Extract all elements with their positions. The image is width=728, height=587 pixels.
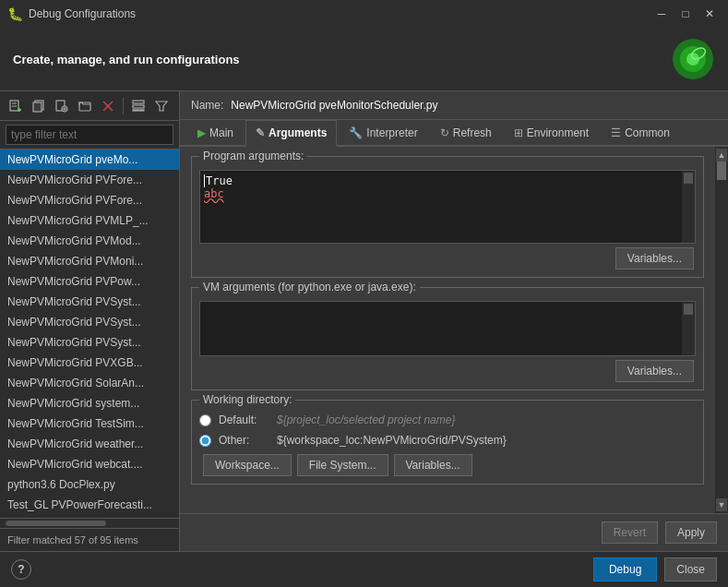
filter-status: Filter matched 57 of 95 items xyxy=(0,528,179,551)
tab-environment[interactable]: ⊞ Environment xyxy=(504,120,599,145)
name-row: Name: NewPVMicroGrid pveMonitorScheduler… xyxy=(180,91,728,120)
duplicate-button[interactable] xyxy=(29,96,49,116)
list-scrollbar[interactable] xyxy=(0,518,179,528)
revert-button[interactable]: Revert xyxy=(602,521,658,544)
program-args-content: True abc Variables... xyxy=(192,157,703,277)
vm-args-btn-row: Variables... xyxy=(199,360,696,382)
workdir-section: Working directory: Default: ${project_lo… xyxy=(191,400,704,485)
program-args-box[interactable]: True abc xyxy=(199,170,696,244)
refresh-tab-icon: ↻ xyxy=(440,126,449,139)
tab-interpreter[interactable]: 🔧 Interpreter xyxy=(339,120,427,145)
tab-main[interactable]: ▶ Main xyxy=(187,120,244,145)
list-item[interactable]: NewPVMicroGrid PVXGB... xyxy=(0,353,179,373)
minimize-button[interactable]: ─ xyxy=(650,5,673,23)
debug-button[interactable]: Debug xyxy=(593,557,657,581)
new-config-button[interactable] xyxy=(6,96,26,116)
list-item[interactable]: Test_GL PVPowerForecasti... xyxy=(0,495,179,515)
scroll-down-button[interactable]: ▼ xyxy=(716,498,727,511)
list-item[interactable]: NewPVMicroGrid webcat.... xyxy=(0,454,179,474)
vm-args-scrollbar[interactable] xyxy=(682,302,695,355)
close-button[interactable]: Close xyxy=(664,557,717,581)
tab-common[interactable]: ☰ Common xyxy=(601,120,680,145)
svg-rect-15 xyxy=(79,102,90,111)
export-button[interactable] xyxy=(52,96,72,116)
text-cursor xyxy=(204,174,205,187)
close-window-button[interactable]: ✕ xyxy=(698,5,721,23)
list-item[interactable]: NewPVMicroGrid PVMoni... xyxy=(0,251,179,271)
main-tab-label: Main xyxy=(209,126,233,139)
collapse-button[interactable] xyxy=(128,96,149,116)
scroll-track xyxy=(717,162,726,498)
tabs-row: ▶ Main ✎ Arguments 🔧 Interpreter ↻ Refre… xyxy=(180,120,728,147)
workdir-content: Default: ${project_loc/selected project … xyxy=(192,401,703,484)
open-button[interactable] xyxy=(75,96,95,116)
list-item[interactable]: NewPVMicroGrid PVMod... xyxy=(0,231,179,251)
svg-rect-19 xyxy=(133,105,144,108)
interpreter-tab-label: Interpreter xyxy=(366,126,417,139)
list-item[interactable]: NewPVMicroGrid SolarAn... xyxy=(0,373,179,393)
program-args-section: Program arguments: True abc xyxy=(191,156,704,278)
maximize-button[interactable]: □ xyxy=(674,5,697,23)
vm-args-content: Variables... xyxy=(192,288,703,389)
arguments-tab-label: Arguments xyxy=(269,126,327,139)
header-logo xyxy=(671,37,715,81)
tab-arguments[interactable]: ✎ Arguments xyxy=(245,120,337,147)
default-radio[interactable] xyxy=(199,414,211,426)
args-line-1: True xyxy=(204,174,691,187)
default-radio-label: Default: xyxy=(219,413,269,426)
other-radio[interactable] xyxy=(199,435,211,447)
title-bar: 🐛 Debug Configurations ─ □ ✕ xyxy=(0,0,728,28)
prog-args-scrollbar[interactable] xyxy=(682,171,695,243)
scroll-thumb[interactable] xyxy=(717,162,726,180)
workdir-variables-button[interactable]: Variables... xyxy=(394,454,472,476)
list-item[interactable]: NewPVMicroGrid pveMo... xyxy=(0,150,179,170)
filter-button[interactable] xyxy=(151,96,172,116)
svg-rect-10 xyxy=(33,102,42,112)
list-item[interactable]: NewPVMicroGrid PVFore... xyxy=(0,170,179,190)
vm-args-legend: VM arguments (for python.exe or java.exe… xyxy=(199,281,420,294)
workdir-legend: Working directory: xyxy=(199,393,295,406)
vm-args-box[interactable] xyxy=(199,301,696,356)
list-item[interactable]: NewPVMicroGrid PVPow... xyxy=(0,271,179,292)
args-line-2: abc xyxy=(204,187,691,200)
filter-input[interactable] xyxy=(6,125,173,145)
workspace-button[interactable]: Workspace... xyxy=(203,454,292,476)
delete-button[interactable] xyxy=(98,96,118,116)
scroll-up-button[interactable]: ▲ xyxy=(716,149,727,162)
list-item[interactable]: NewPVMicroGrid PVMLP_... xyxy=(0,210,179,231)
svg-marker-21 xyxy=(156,102,167,111)
environment-tab-label: Environment xyxy=(527,126,589,139)
config-name-value: NewPVMicroGrid pveMonitorScheduler.py xyxy=(231,99,437,112)
vm-args-section: VM arguments (for python.exe or java.exe… xyxy=(191,287,704,390)
arguments-content: Program arguments: True abc xyxy=(180,147,715,513)
dialog-header: Create, manage, and run configurations xyxy=(0,28,728,91)
list-item[interactable]: NewPVMicroGrid PVFore... xyxy=(0,190,179,210)
right-panel: Name: NewPVMicroGrid pveMonitorScheduler… xyxy=(180,91,728,551)
args-text-true: True xyxy=(206,174,233,187)
filter-input-wrap xyxy=(0,121,179,150)
environment-tab-icon: ⊞ xyxy=(514,126,523,139)
right-panel-scrollbar[interactable]: ▲ ▼ xyxy=(715,147,728,513)
other-radio-value: ${workspace_loc:NewPVMicroGrid/PVSystem} xyxy=(277,434,507,447)
default-radio-row: Default: ${project_loc/selected project … xyxy=(199,413,696,426)
help-button[interactable]: ? xyxy=(11,559,31,580)
list-item[interactable]: NewPVMicroGrid PVSyst... xyxy=(0,332,179,353)
apply-button[interactable]: Apply xyxy=(665,521,717,544)
svg-rect-18 xyxy=(133,101,144,103)
list-item[interactable]: NewPVMicroGrid TestSim... xyxy=(0,413,179,434)
tab-refresh[interactable]: ↻ Refresh xyxy=(430,120,502,145)
list-item[interactable]: NewPVMicroGrid weather... xyxy=(0,434,179,454)
program-args-variables-button[interactable]: Variables... xyxy=(615,247,694,270)
arguments-tab-icon: ✎ xyxy=(256,126,265,139)
list-item[interactable]: python3.6 DocPlex.py xyxy=(0,474,179,495)
config-list[interactable]: NewPVMicroGrid pveMo... NewPVMicroGrid P… xyxy=(0,150,179,518)
list-item[interactable]: NewPVMicroGrid system... xyxy=(0,393,179,413)
list-item[interactable]: NewPVMicroGrid PVSyst... xyxy=(0,292,179,312)
list-item[interactable]: NewPVMicroGrid PVSyst... xyxy=(0,312,179,332)
vm-args-variables-button[interactable]: Variables... xyxy=(615,360,694,382)
content-area: NewPVMicroGrid pveMo... NewPVMicroGrid P… xyxy=(0,91,728,551)
interpreter-tab-icon: 🔧 xyxy=(349,126,363,139)
filesystem-button[interactable]: File System... xyxy=(297,454,388,476)
app-icon: 🐛 xyxy=(7,6,23,21)
args-text-abc: abc xyxy=(204,187,224,200)
